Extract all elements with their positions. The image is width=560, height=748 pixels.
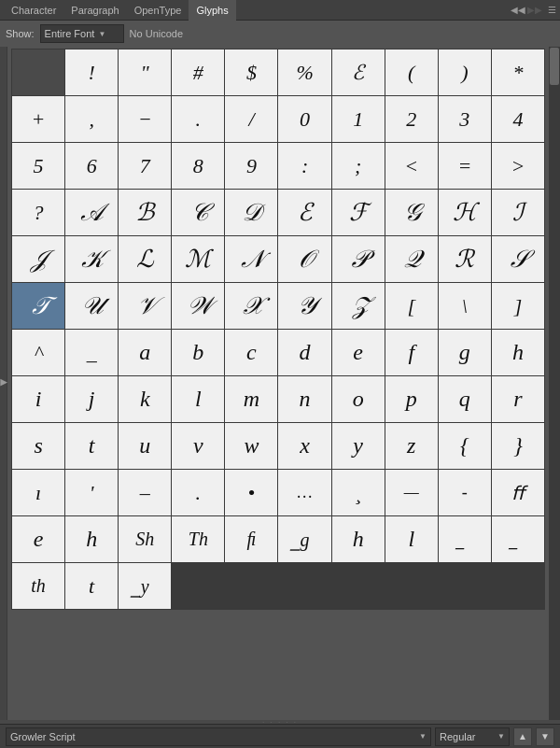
glyph-cell[interactable]: t — [65, 563, 119, 610]
glyph-cell[interactable]: 𝒦 — [65, 236, 119, 283]
glyph-cell[interactable]: – — [119, 470, 172, 516]
glyph-cell[interactable]: z — [385, 423, 439, 470]
glyph-cell[interactable]: ℱ — [332, 190, 385, 236]
glyph-cell[interactable]: u — [119, 423, 172, 470]
scrollbar-thumb[interactable] — [550, 48, 559, 85]
glyph-cell[interactable]: > — [492, 143, 545, 190]
glyph-cell[interactable]: ℳ — [172, 236, 225, 283]
panel-menu-icon[interactable]: ☰ — [548, 5, 556, 15]
glyph-cell[interactable]: … — [278, 470, 331, 516]
glyph-cell[interactable]: 𝒞 — [172, 190, 225, 236]
left-edge-arrow-icon[interactable]: ◀ — [0, 378, 8, 388]
glyph-cell[interactable]: s — [12, 423, 65, 470]
glyph-cell[interactable]: x — [278, 423, 331, 470]
glyph-cell[interactable]: ' — [65, 470, 119, 516]
glyph-cell[interactable]: < — [385, 143, 439, 190]
glyph-cell[interactable]: c — [225, 330, 278, 376]
glyph-cell[interactable]: 𝒪 — [278, 236, 331, 283]
glyph-cell[interactable]: % — [278, 49, 331, 96]
glyph-cell[interactable]: ℋ — [439, 190, 492, 236]
glyph-cell[interactable]: − — [119, 96, 172, 143]
glyph-cell[interactable]: ) — [439, 49, 492, 96]
glyph-cell[interactable]: + — [12, 96, 65, 143]
glyph-cell[interactable]: 𝒵 — [332, 283, 385, 330]
glyph-cell[interactable]: $ — [225, 49, 278, 96]
glyph-cell[interactable]: e — [332, 330, 385, 376]
glyph-cell[interactable]: ‐ — [439, 470, 492, 516]
glyph-cell[interactable]: 8 — [172, 143, 225, 190]
glyph-cell[interactable]: } — [492, 423, 545, 470]
tab-glyphs[interactable]: Glyphs — [189, 0, 235, 21]
glyph-cell[interactable]: ! — [65, 49, 119, 96]
glyph-cell[interactable]: b — [172, 330, 225, 376]
scroll-down-button[interactable]: ▼ — [536, 727, 554, 746]
glyph-cell[interactable]: y — [332, 423, 385, 470]
glyph-cell[interactable]: = — [439, 143, 492, 190]
glyph-cell[interactable]: t — [65, 423, 119, 470]
glyph-cell[interactable]: ℐ — [492, 190, 545, 236]
glyph-cell[interactable]: ̲y — [119, 563, 172, 610]
glyph-cell[interactable]: ı — [12, 470, 65, 516]
glyph-cell[interactable]: 𝒥 — [12, 236, 65, 283]
glyph-cell[interactable]: 2 — [385, 96, 439, 143]
glyph-cell[interactable]: 4 — [492, 96, 545, 143]
glyph-cell[interactable]: ̲ — [492, 516, 545, 563]
glyph-cell[interactable]: h — [65, 516, 119, 563]
glyph-cell[interactable]: r — [492, 376, 545, 423]
glyph-cell[interactable]: Sh — [119, 516, 172, 563]
glyph-cell[interactable]: 𝒲 — [172, 283, 225, 330]
glyph-cell[interactable]: 9 — [225, 143, 278, 190]
glyph-cell[interactable]: ^ — [12, 330, 65, 376]
glyph-cell[interactable]: 𝒰 — [65, 283, 119, 330]
glyph-cell[interactable]: / — [225, 96, 278, 143]
font-style-dropdown[interactable]: Regular ▼ — [435, 727, 510, 746]
tab-scroll-right-icon[interactable]: ▶▶ — [527, 5, 542, 15]
glyph-cell[interactable]: ℒ — [119, 236, 172, 283]
glyph-cell[interactable]: v — [172, 423, 225, 470]
glyph-cell[interactable]: _ — [65, 330, 119, 376]
glyph-cell-selected[interactable]: 𝒯 — [12, 283, 65, 330]
glyph-cell[interactable]: { — [439, 423, 492, 470]
glyph-cell[interactable]: ﬁ — [225, 516, 278, 563]
glyph-cell[interactable]: n — [278, 376, 331, 423]
glyph-cell[interactable]: k — [119, 376, 172, 423]
glyph-cell[interactable]: th — [12, 563, 65, 610]
glyph-cell[interactable]: ℰ — [332, 49, 385, 96]
glyph-cell[interactable]: 𝒮 — [492, 236, 545, 283]
glyph-cell[interactable]: m — [225, 376, 278, 423]
glyph-cell[interactable]: 𝒴 — [278, 283, 331, 330]
glyph-cell[interactable]: 𝒩 — [225, 236, 278, 283]
glyph-cell[interactable]: ℰ — [278, 190, 331, 236]
glyph-cell[interactable]: g — [439, 330, 492, 376]
glyph-cell[interactable]: ℬ — [119, 190, 172, 236]
glyph-cell[interactable]: 1 — [332, 96, 385, 143]
glyph-cell[interactable]: , — [65, 96, 119, 143]
glyph-cell[interactable]: 𝒜 — [65, 190, 119, 236]
glyph-cell[interactable]: ﬀ — [492, 470, 545, 516]
glyph-cell[interactable]: ; — [332, 143, 385, 190]
glyph-cell[interactable]: l — [172, 376, 225, 423]
tab-character[interactable]: Character — [4, 0, 63, 21]
glyph-cell[interactable]: 𝒬 — [385, 236, 439, 283]
glyph-cell[interactable]: 𝒢 — [385, 190, 439, 236]
glyph-cell[interactable]: : — [278, 143, 331, 190]
tab-opentype[interactable]: OpenType — [127, 0, 189, 21]
scrollbar[interactable] — [549, 47, 560, 720]
tab-scroll-left-icon[interactable]: ◀◀ — [511, 5, 525, 15]
glyph-cell[interactable]: . — [172, 96, 225, 143]
glyph-cell[interactable]: ̲g — [278, 516, 331, 563]
glyph-cell[interactable]: 𝒫 — [332, 236, 385, 283]
glyph-cell[interactable]: 0 — [278, 96, 331, 143]
glyph-cell[interactable]: — — [385, 470, 439, 516]
glyph-cell[interactable]: q — [439, 376, 492, 423]
glyph-cell[interactable]: * — [492, 49, 545, 96]
glyph-cell[interactable]: p — [385, 376, 439, 423]
glyph-cell[interactable]: 𝒱 — [119, 283, 172, 330]
glyph-cell[interactable]: a — [119, 330, 172, 376]
glyph-cell[interactable]: ( — [385, 49, 439, 96]
glyph-cell[interactable]: l — [385, 516, 439, 563]
glyph-cell[interactable]: 𝒳 — [225, 283, 278, 330]
glyph-cell[interactable]: ̲ — [439, 516, 492, 563]
glyph-cell[interactable]: 6 — [65, 143, 119, 190]
glyph-cell[interactable]: i — [12, 376, 65, 423]
